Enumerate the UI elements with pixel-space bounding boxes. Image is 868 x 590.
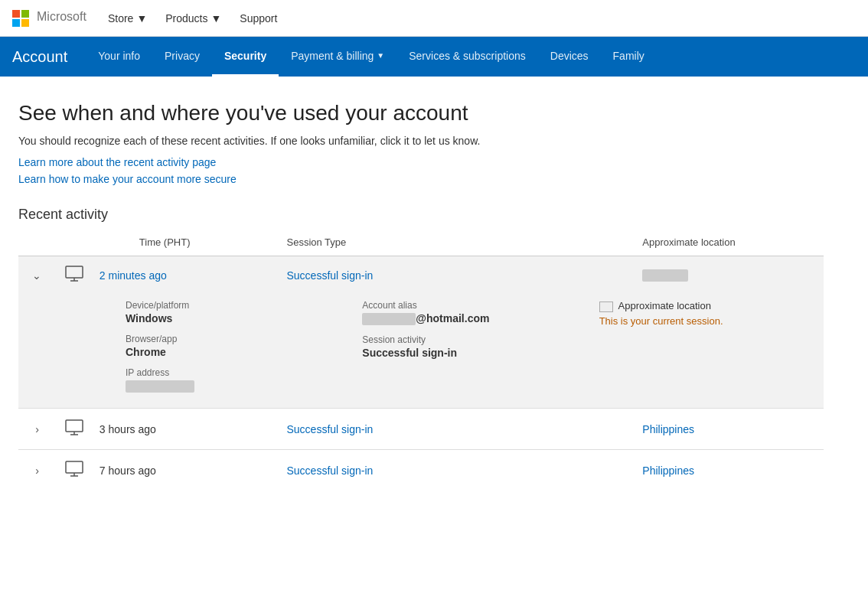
- row-time: 7 hours ago: [93, 450, 281, 491]
- table-header-row: Time (PHT) Session Type Approximate loca…: [18, 229, 824, 256]
- row-session-type[interactable]: Successful sign-in: [280, 256, 636, 295]
- nav-privacy[interactable]: Privacy: [152, 37, 212, 77]
- col-time-header: Time (PHT): [93, 229, 281, 256]
- row-time: 3 hours ago: [93, 409, 281, 450]
- browser-app-label: Browser/app: [126, 334, 344, 344]
- nav-products[interactable]: Products ▼: [165, 12, 221, 24]
- detail-cell: Device/platform Windows Browser/app Chro…: [18, 294, 824, 409]
- page-subtitle: You should recognize each of these recen…: [18, 135, 824, 147]
- detail-col-3: Approximate location This is your curren…: [599, 300, 817, 393]
- device-icon-cell: [56, 256, 93, 295]
- ip-address-redacted: [126, 380, 194, 393]
- device-platform-label: Device/platform: [126, 300, 344, 311]
- learn-more-link[interactable]: Learn more about the recent activity pag…: [18, 156, 824, 168]
- table-row[interactable]: › 3 hours ago Successful sign-in Philipp…: [18, 409, 824, 450]
- ip-address-item: IP address: [126, 367, 344, 393]
- location-block: Approximate location: [599, 300, 817, 312]
- microsoft-logo: Microsoft: [12, 10, 86, 27]
- account-nav: Account Your info Privacy Security Payme…: [0, 37, 868, 77]
- session-activity-label: Session activity: [362, 334, 580, 345]
- nav-support[interactable]: Support: [240, 12, 277, 24]
- nav-family[interactable]: Family: [601, 37, 657, 77]
- chevron-down-icon[interactable]: ⌄: [32, 269, 41, 282]
- col-icon-header: [56, 229, 93, 256]
- current-session-note: This is your current session.: [599, 315, 817, 327]
- row-toggle[interactable]: ⌄: [18, 256, 56, 295]
- account-nav-links: Your info Privacy Security Payment & bil…: [86, 37, 657, 77]
- page-title: See when and where you've used your acco…: [18, 101, 824, 125]
- page-links: Learn more about the recent activity pag…: [18, 156, 824, 185]
- top-bar: Microsoft Store ▼ Products ▼ Support: [0, 0, 868, 37]
- browser-app-item: Browser/app Chrome: [126, 334, 344, 358]
- chevron-right-icon[interactable]: ›: [35, 423, 39, 435]
- account-alias-label: Account alias: [362, 300, 580, 311]
- row-location: Philippines: [636, 409, 824, 450]
- activity-table: Time (PHT) Session Type Approximate loca…: [18, 229, 824, 491]
- svg-rect-0: [66, 266, 83, 278]
- detail-grid: Device/platform Windows Browser/app Chro…: [64, 300, 817, 393]
- device-platform-value: Windows: [126, 312, 172, 324]
- nav-devices[interactable]: Devices: [538, 37, 601, 77]
- location-map-image: [599, 302, 613, 312]
- chevron-right-icon[interactable]: ›: [35, 465, 39, 477]
- account-alias-value: @hotmail.com: [362, 312, 489, 324]
- section-title: Recent activity: [18, 207, 824, 223]
- svg-rect-6: [66, 461, 83, 473]
- learn-secure-link[interactable]: Learn how to make your account more secu…: [18, 173, 824, 185]
- col-session-header: Session Type: [280, 229, 636, 256]
- table-row[interactable]: › 7 hours ago Successful sign-in Philipp…: [18, 450, 824, 491]
- location-redacted: [642, 269, 688, 282]
- row-toggle[interactable]: ›: [18, 409, 56, 450]
- col-toggle-header: [18, 229, 56, 256]
- browser-app-value: Chrome: [126, 346, 166, 358]
- col-location-header: Approximate location: [636, 229, 824, 256]
- ip-address-label: IP address: [126, 367, 344, 378]
- brand-name: Microsoft: [37, 10, 86, 27]
- nav-security[interactable]: Security: [212, 37, 279, 77]
- row-session-type[interactable]: Successful sign-in: [280, 450, 636, 491]
- device-icon-cell: [56, 409, 93, 450]
- computer-icon: [65, 266, 83, 282]
- row-location: [636, 256, 824, 295]
- computer-icon: [65, 461, 83, 478]
- session-activity-value: Successful sign-in: [362, 347, 457, 359]
- session-activity-item: Session activity Successful sign-in: [362, 334, 580, 359]
- device-icon-cell: [56, 450, 93, 491]
- nav-payment-billing[interactable]: Payment & billing ▼: [279, 37, 396, 77]
- computer-icon: [65, 419, 83, 436]
- account-nav-title: Account: [12, 37, 86, 77]
- device-platform-item: Device/platform Windows: [126, 300, 344, 324]
- detail-col-2: Account alias @hotmail.com Session activ…: [362, 300, 580, 393]
- table-row-detail: Device/platform Windows Browser/app Chro…: [18, 294, 824, 409]
- svg-rect-3: [66, 420, 83, 432]
- nav-your-info[interactable]: Your info: [86, 37, 152, 77]
- row-toggle[interactable]: ›: [18, 450, 56, 491]
- row-time: 2 minutes ago: [93, 256, 281, 295]
- top-nav: Store ▼ Products ▼ Support: [108, 12, 277, 24]
- account-alias-item: Account alias @hotmail.com: [362, 300, 580, 325]
- table-row[interactable]: ⌄ 2 minutes ago Successful sign-in: [18, 256, 824, 295]
- nav-store[interactable]: Store ▼: [108, 12, 147, 24]
- detail-col-1: Device/platform Windows Browser/app Chro…: [126, 300, 344, 393]
- nav-services-subscriptions[interactable]: Services & subscriptions: [396, 37, 538, 77]
- row-session-type[interactable]: Successful sign-in: [280, 409, 636, 450]
- row-location: Philippines: [636, 450, 824, 491]
- main-content: See when and where you've used your acco…: [0, 77, 842, 515]
